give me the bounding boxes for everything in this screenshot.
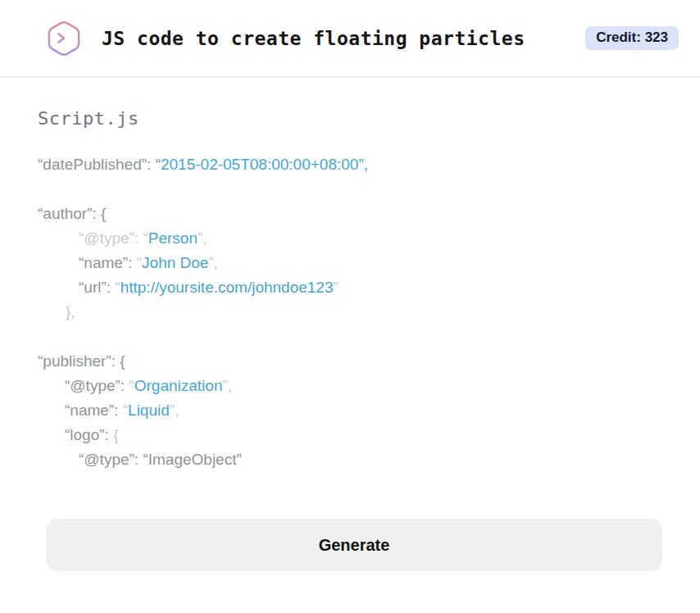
code-segment-val: “2015-02-05T08:00:00+08:00”, (156, 156, 368, 173)
file-name: Script.js (38, 108, 662, 129)
code-line: “url”: “http://yoursite.com/johndoe123” (38, 275, 662, 300)
code-segment-val: http://yoursite.com/johndoe123 (120, 279, 334, 296)
code-line: “@type”: “ImageObject” (38, 447, 662, 472)
generate-button[interactable]: Generate (46, 519, 662, 571)
code-line (38, 325, 662, 349)
code-segment-key: “name”: (65, 402, 123, 419)
code-segment-key: “name”: (79, 254, 137, 271)
code-segment-key: “datePublished”: (38, 156, 156, 173)
code-segment-lite: ”, (222, 377, 232, 394)
code-segment-val: Organization (134, 377, 223, 394)
code-segment-val: Person (148, 229, 198, 247)
code-line: “name”: “Liquid”, (38, 398, 662, 423)
code-segment-lite: ”, (198, 229, 207, 247)
credit-badge: Credit: 323 (585, 26, 679, 50)
code-segment-lite: “@type”: (79, 229, 143, 247)
code-segment-val: Liquid (128, 402, 170, 419)
code-segment-key: “@type”: (65, 377, 129, 394)
page-title: JS code to create floating particles (102, 28, 525, 49)
code-segment-key: “author”: { (38, 205, 106, 222)
code-line: “logo”: { (38, 423, 662, 447)
code-segment-key: “publisher”: { (38, 352, 125, 370)
code-segment-lite: ”, (170, 402, 180, 419)
code-segment-lite: ”, (208, 254, 218, 271)
code-segment-lite: }, (66, 303, 75, 320)
header: JS code to create floating particles Cre… (0, 0, 700, 78)
code-line: “author”: { (38, 202, 662, 226)
code-segment-lite: { (113, 426, 118, 443)
code-line: “publisher”: { (38, 349, 662, 374)
code-segment-key: “logo”: (65, 426, 113, 443)
terminal-prompt-hexagon-icon (47, 20, 81, 57)
code-segment-val: John Doe (142, 254, 208, 271)
code-line: “name”: “John Doe”, (38, 251, 662, 275)
code-segment-lite: ” (334, 279, 339, 296)
code-line (38, 177, 662, 202)
code-segment-key: “url”: (79, 279, 115, 296)
button-row: Generate (0, 519, 700, 571)
code-segment-key: “@type”: “ImageObject” (79, 451, 242, 468)
code-line: “datePublished”: “2015-02-05T08:00:00+08… (38, 152, 662, 177)
code-line: “@type”: “Organization”, (38, 374, 662, 398)
main-content: Script.js “datePublished”: “2015-02-05T0… (0, 108, 700, 472)
code-line: “@type”: “Person”, (38, 226, 662, 251)
code-block: “datePublished”: “2015-02-05T08:00:00+08… (38, 152, 662, 472)
code-line: }, (38, 300, 662, 325)
